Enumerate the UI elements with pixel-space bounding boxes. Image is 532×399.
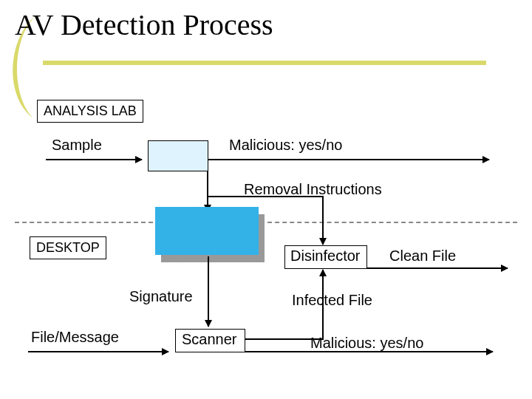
title-underline (43, 61, 486, 65)
arrow-signature-down (208, 256, 209, 327)
arrow-malicious-out (208, 159, 489, 160)
label-scanner: Scanner (182, 331, 237, 348)
cloud-icon (155, 207, 259, 259)
section-analysis-lab: ANALYSIS LAB (37, 100, 143, 123)
label-file-message: File/Message (31, 329, 119, 346)
label-sample: Sample (52, 137, 102, 154)
page-title: AV Detection Process (15, 7, 273, 42)
section-desktop: DESKTOP (30, 236, 106, 259)
section-divider (15, 222, 517, 223)
arrow-to-disinfector (322, 196, 324, 245)
label-removal: Removal Instructions (244, 181, 382, 198)
label-disinfector: Disinfector (290, 248, 360, 265)
label-malicious-2: Malicious: yes/no (310, 335, 423, 352)
analysis-box (148, 140, 208, 171)
arrow-clean-file (367, 267, 508, 269)
label-clean-file: Clean File (389, 248, 456, 265)
arrow-file-message (28, 351, 168, 352)
label-signature: Signature (129, 288, 193, 305)
label-malicious-1: Malicious: yes/no (229, 137, 342, 154)
label-infected-file: Infected File (292, 292, 372, 309)
arrow-sample-in (46, 159, 142, 160)
arrow-analysis-to-cloud (207, 171, 208, 211)
